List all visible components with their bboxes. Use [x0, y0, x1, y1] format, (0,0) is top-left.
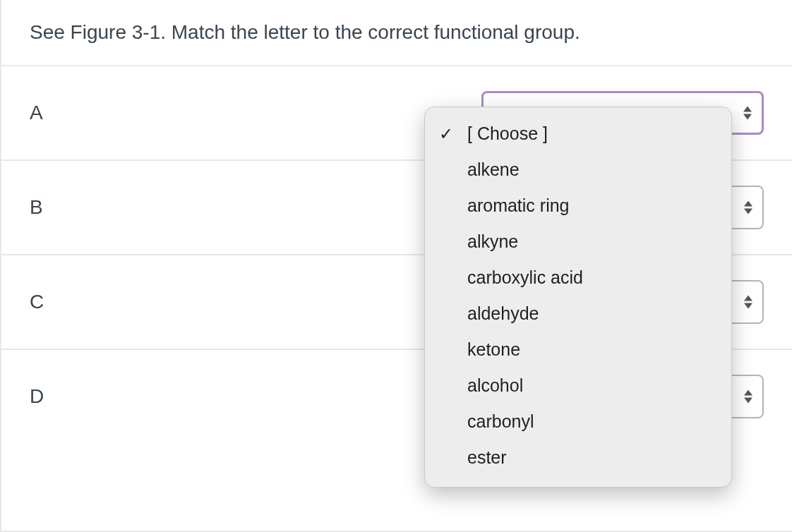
dropdown-option-alcohol[interactable]: alcohol — [425, 368, 731, 404]
row-label-b: B — [30, 196, 43, 219]
check-icon: ✓ — [439, 122, 453, 146]
dropdown-option-label: aromatic ring — [467, 195, 570, 215]
dropdown-option-label: alkene — [467, 159, 520, 179]
sort-arrows-icon — [744, 201, 752, 214]
quiz-container: See Figure 3-1. Match the letter to the … — [0, 0, 792, 532]
sort-arrows-icon — [744, 390, 752, 404]
dropdown-option-alkyne[interactable]: alkyne — [425, 224, 731, 260]
sort-arrows-icon — [744, 296, 752, 309]
dropdown-option-label: alcohol — [467, 375, 523, 395]
dropdown-option-label: ketone — [467, 339, 520, 359]
question-text: See Figure 3-1. Match the letter to the … — [1, 21, 792, 65]
dropdown-option-choose[interactable]: ✓ [ Choose ] — [425, 116, 731, 152]
sort-arrows-icon — [743, 107, 752, 120]
dropdown-menu[interactable]: ✓ [ Choose ] alkene aromatic ring alkyne… — [424, 107, 732, 488]
row-label-d: D — [30, 385, 44, 408]
dropdown-option-label: carboxylic acid — [467, 267, 583, 287]
dropdown-option-label: [ Choose ] — [467, 123, 548, 143]
dropdown-option-carbonyl[interactable]: carbonyl — [425, 404, 731, 440]
dropdown-option-aldehyde[interactable]: aldehyde — [425, 296, 731, 332]
dropdown-option-label: ester — [467, 447, 507, 467]
dropdown-option-label: aldehyde — [467, 303, 539, 323]
dropdown-option-label: carbonyl — [467, 411, 534, 431]
dropdown-option-ketone[interactable]: ketone — [425, 332, 731, 368]
dropdown-option-alkene[interactable]: alkene — [425, 152, 731, 188]
dropdown-option-label: alkyne — [467, 231, 518, 251]
row-label-c: C — [30, 291, 44, 313]
dropdown-option-aromatic-ring[interactable]: aromatic ring — [425, 188, 731, 224]
dropdown-option-ester[interactable]: ester — [425, 440, 731, 476]
row-label-a: A — [30, 102, 43, 124]
dropdown-option-carboxylic-acid[interactable]: carboxylic acid — [425, 260, 731, 296]
